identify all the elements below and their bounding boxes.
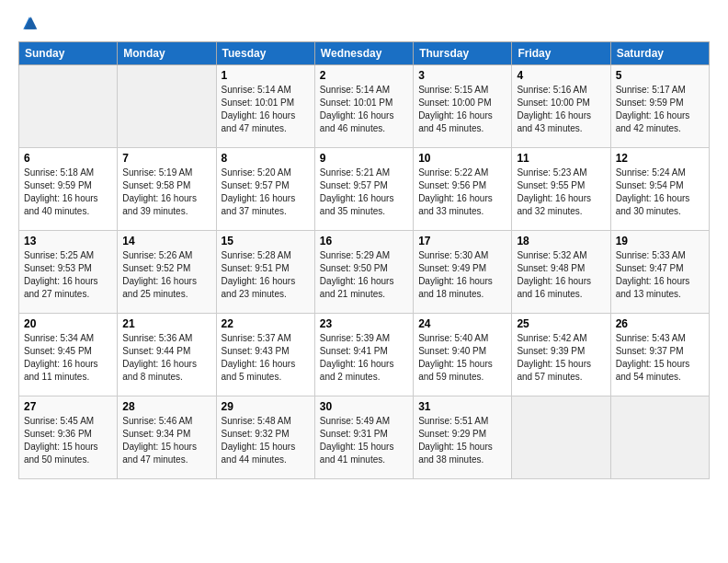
calendar-cell: 4Sunrise: 5:16 AMSunset: 10:00 PMDayligh… <box>512 65 610 148</box>
day-number: 26 <box>616 317 704 330</box>
day-number: 25 <box>517 317 605 330</box>
calendar-cell: 26Sunrise: 5:43 AMSunset: 9:37 PMDayligh… <box>610 314 709 396</box>
day-number: 7 <box>122 152 210 165</box>
calendar-cell: 9Sunrise: 5:21 AMSunset: 9:57 PMDaylight… <box>314 148 413 231</box>
calendar-week-row: 6Sunrise: 5:18 AMSunset: 9:59 PMDaylight… <box>19 148 710 231</box>
day-number: 6 <box>24 152 112 165</box>
day-detail: Sunrise: 5:37 AMSunset: 9:43 PMDaylight:… <box>222 332 310 384</box>
day-number: 12 <box>616 152 704 165</box>
day-number: 4 <box>517 69 605 82</box>
day-detail: Sunrise: 5:21 AMSunset: 9:57 PMDaylight:… <box>320 167 408 218</box>
weekday-header-row: SundayMondayTuesdayWednesdayThursdayFrid… <box>19 42 710 65</box>
calendar-cell <box>118 65 216 148</box>
logo-icon <box>20 14 39 32</box>
day-detail: Sunrise: 5:51 AMSunset: 9:29 PMDaylight:… <box>418 415 506 466</box>
calendar-cell: 15Sunrise: 5:28 AMSunset: 9:51 PMDayligh… <box>216 231 314 314</box>
weekday-header-wednesday: Wednesday <box>314 42 413 65</box>
calendar-cell: 21Sunrise: 5:36 AMSunset: 9:44 PMDayligh… <box>118 314 216 396</box>
day-detail: Sunrise: 5:23 AMSunset: 9:55 PMDaylight:… <box>517 167 605 218</box>
calendar-cell: 12Sunrise: 5:24 AMSunset: 9:54 PMDayligh… <box>610 148 709 231</box>
day-number: 10 <box>418 152 506 165</box>
weekday-header-friday: Friday <box>512 42 610 65</box>
day-detail: Sunrise: 5:18 AMSunset: 9:59 PMDaylight:… <box>24 167 112 218</box>
day-number: 11 <box>517 152 605 165</box>
calendar-cell: 8Sunrise: 5:20 AMSunset: 9:57 PMDaylight… <box>216 148 314 231</box>
day-detail: Sunrise: 5:25 AMSunset: 9:53 PMDaylight:… <box>24 249 112 301</box>
calendar-cell: 20Sunrise: 5:34 AMSunset: 9:45 PMDayligh… <box>19 314 118 396</box>
day-detail: Sunrise: 5:49 AMSunset: 9:31 PMDaylight:… <box>320 415 408 466</box>
calendar-cell: 6Sunrise: 5:18 AMSunset: 9:59 PMDaylight… <box>19 148 118 231</box>
day-detail: Sunrise: 5:28 AMSunset: 9:51 PMDaylight:… <box>222 249 310 301</box>
day-detail: Sunrise: 5:34 AMSunset: 9:45 PMDaylight:… <box>24 332 112 384</box>
day-number: 13 <box>24 235 112 247</box>
day-number: 27 <box>24 400 112 413</box>
calendar-cell: 3Sunrise: 5:15 AMSunset: 10:00 PMDayligh… <box>414 65 512 148</box>
calendar-cell: 1Sunrise: 5:14 AMSunset: 10:01 PMDayligh… <box>216 65 314 148</box>
day-number: 28 <box>122 400 210 413</box>
day-detail: Sunrise: 5:39 AMSunset: 9:41 PMDaylight:… <box>320 332 408 384</box>
day-number: 15 <box>222 235 310 247</box>
calendar-cell: 16Sunrise: 5:29 AMSunset: 9:50 PMDayligh… <box>314 231 413 314</box>
calendar-cell: 13Sunrise: 5:25 AMSunset: 9:53 PMDayligh… <box>19 231 118 314</box>
calendar-week-row: 27Sunrise: 5:45 AMSunset: 9:36 PMDayligh… <box>19 396 710 479</box>
day-detail: Sunrise: 5:43 AMSunset: 9:37 PMDaylight:… <box>616 332 704 384</box>
calendar-cell: 14Sunrise: 5:26 AMSunset: 9:52 PMDayligh… <box>118 231 216 314</box>
calendar-cell: 30Sunrise: 5:49 AMSunset: 9:31 PMDayligh… <box>314 396 413 479</box>
logo <box>18 14 39 32</box>
day-detail: Sunrise: 5:20 AMSunset: 9:57 PMDaylight:… <box>222 167 310 218</box>
calendar-cell: 7Sunrise: 5:19 AMSunset: 9:58 PMDaylight… <box>118 148 216 231</box>
day-detail: Sunrise: 5:17 AMSunset: 9:59 PMDaylight:… <box>616 84 704 135</box>
calendar-cell: 17Sunrise: 5:30 AMSunset: 9:49 PMDayligh… <box>414 231 512 314</box>
day-number: 3 <box>418 69 506 82</box>
day-detail: Sunrise: 5:33 AMSunset: 9:47 PMDaylight:… <box>616 249 704 301</box>
day-detail: Sunrise: 5:29 AMSunset: 9:50 PMDaylight:… <box>320 249 408 301</box>
calendar-cell: 22Sunrise: 5:37 AMSunset: 9:43 PMDayligh… <box>216 314 314 396</box>
calendar-cell <box>610 396 709 479</box>
day-number: 14 <box>122 235 210 247</box>
calendar-cell: 11Sunrise: 5:23 AMSunset: 9:55 PMDayligh… <box>512 148 610 231</box>
calendar-cell: 24Sunrise: 5:40 AMSunset: 9:40 PMDayligh… <box>414 314 512 396</box>
day-detail: Sunrise: 5:19 AMSunset: 9:58 PMDaylight:… <box>122 167 210 218</box>
day-detail: Sunrise: 5:22 AMSunset: 9:56 PMDaylight:… <box>418 167 506 218</box>
day-number: 22 <box>222 317 310 330</box>
calendar-cell: 25Sunrise: 5:42 AMSunset: 9:39 PMDayligh… <box>512 314 610 396</box>
day-number: 19 <box>616 235 704 247</box>
day-number: 21 <box>122 317 210 330</box>
day-detail: Sunrise: 5:16 AMSunset: 10:00 PMDaylight… <box>517 84 605 135</box>
day-detail: Sunrise: 5:42 AMSunset: 9:39 PMDaylight:… <box>517 332 605 384</box>
day-detail: Sunrise: 5:32 AMSunset: 9:48 PMDaylight:… <box>517 249 605 301</box>
calendar-cell: 19Sunrise: 5:33 AMSunset: 9:47 PMDayligh… <box>610 231 709 314</box>
weekday-header-monday: Monday <box>118 42 216 65</box>
day-number: 1 <box>222 69 310 82</box>
weekday-header-thursday: Thursday <box>414 42 512 65</box>
calendar-week-row: 20Sunrise: 5:34 AMSunset: 9:45 PMDayligh… <box>19 314 710 396</box>
day-number: 9 <box>320 152 408 165</box>
day-number: 18 <box>517 235 605 247</box>
day-number: 17 <box>418 235 506 247</box>
weekday-header-saturday: Saturday <box>610 42 709 65</box>
day-number: 8 <box>222 152 310 165</box>
day-detail: Sunrise: 5:26 AMSunset: 9:52 PMDaylight:… <box>122 249 210 301</box>
day-detail: Sunrise: 5:48 AMSunset: 9:32 PMDaylight:… <box>222 415 310 466</box>
calendar-week-row: 13Sunrise: 5:25 AMSunset: 9:53 PMDayligh… <box>19 231 710 314</box>
calendar-cell: 2Sunrise: 5:14 AMSunset: 10:01 PMDayligh… <box>314 65 413 148</box>
day-number: 5 <box>616 69 704 82</box>
calendar-cell: 27Sunrise: 5:45 AMSunset: 9:36 PMDayligh… <box>19 396 118 479</box>
weekday-header-sunday: Sunday <box>19 42 118 65</box>
calendar-cell: 29Sunrise: 5:48 AMSunset: 9:32 PMDayligh… <box>216 396 314 479</box>
day-number: 20 <box>24 317 112 330</box>
calendar-cell: 18Sunrise: 5:32 AMSunset: 9:48 PMDayligh… <box>512 231 610 314</box>
calendar-cell <box>19 65 118 148</box>
page: SundayMondayTuesdayWednesdayThursdayFrid… <box>0 0 728 493</box>
header <box>18 14 710 32</box>
day-number: 29 <box>222 400 310 413</box>
day-number: 2 <box>320 69 408 82</box>
day-number: 24 <box>418 317 506 330</box>
calendar-cell: 31Sunrise: 5:51 AMSunset: 9:29 PMDayligh… <box>414 396 512 479</box>
day-detail: Sunrise: 5:24 AMSunset: 9:54 PMDaylight:… <box>616 167 704 218</box>
day-detail: Sunrise: 5:45 AMSunset: 9:36 PMDaylight:… <box>24 415 112 466</box>
calendar-cell: 5Sunrise: 5:17 AMSunset: 9:59 PMDaylight… <box>610 65 709 148</box>
day-number: 31 <box>418 400 506 413</box>
calendar-week-row: 1Sunrise: 5:14 AMSunset: 10:01 PMDayligh… <box>19 65 710 148</box>
calendar-cell: 10Sunrise: 5:22 AMSunset: 9:56 PMDayligh… <box>414 148 512 231</box>
